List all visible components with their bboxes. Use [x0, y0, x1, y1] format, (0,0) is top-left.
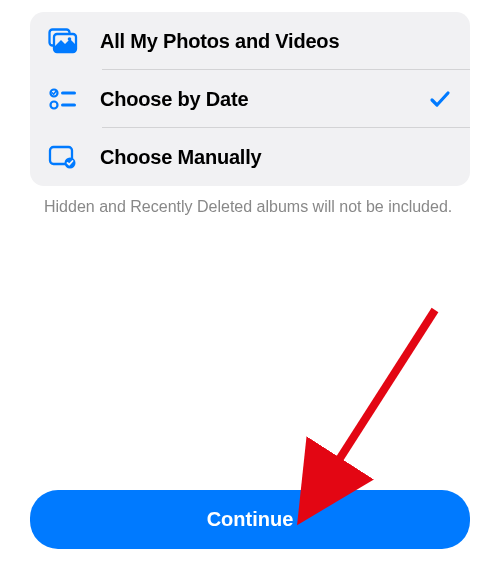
- helper-text: Hidden and Recently Deleted albums will …: [30, 186, 470, 218]
- options-card: All My Photos and Videos Choose by Date: [30, 12, 470, 186]
- option-label: Choose by Date: [100, 88, 428, 111]
- list-check-icon: [48, 84, 78, 114]
- svg-rect-6: [61, 104, 76, 107]
- checkmark-icon: [428, 87, 452, 111]
- option-choose-manually[interactable]: Choose Manually: [30, 128, 470, 186]
- option-label: All My Photos and Videos: [100, 30, 452, 53]
- svg-point-2: [68, 37, 72, 41]
- rectangle-badge-check-icon: [48, 142, 78, 172]
- svg-rect-4: [61, 92, 76, 95]
- option-all-photos[interactable]: All My Photos and Videos: [30, 12, 470, 70]
- spacer: [30, 218, 470, 470]
- continue-button[interactable]: Continue: [30, 490, 470, 549]
- photos-stack-icon: [48, 26, 78, 56]
- option-choose-by-date[interactable]: Choose by Date: [30, 70, 470, 128]
- option-label: Choose Manually: [100, 146, 452, 169]
- svg-point-5: [51, 102, 58, 109]
